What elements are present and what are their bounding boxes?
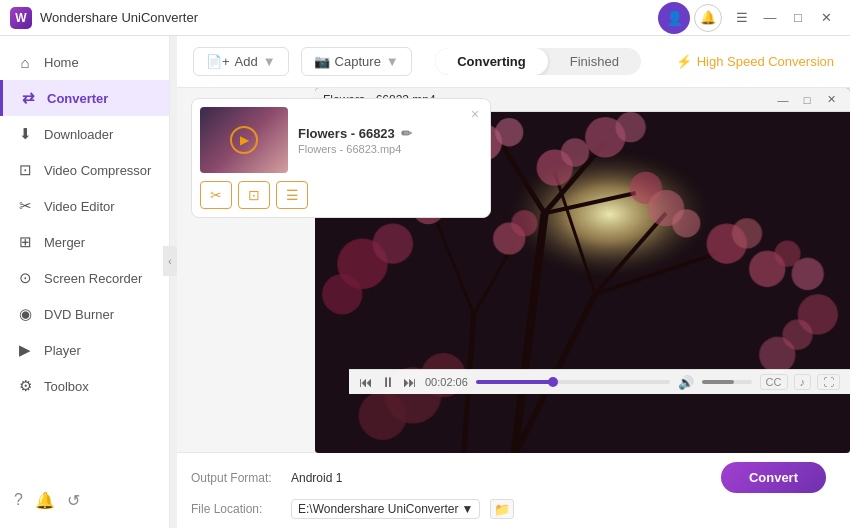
file-card: × ▶ Flowers - 66823 ✏ Flowers - 66823.mp… <box>191 98 491 218</box>
fullscreen-button[interactable]: ⛶ <box>817 374 840 390</box>
playback-extra: CC ♪ ⛶ <box>760 374 840 390</box>
volume-slider[interactable] <box>702 380 752 384</box>
sidebar-label-merger: Merger <box>44 235 85 250</box>
sidebar-label-video-compressor: Video Compressor <box>44 163 151 178</box>
audio-button[interactable]: ♪ <box>794 374 812 390</box>
location-dropdown[interactable]: E:\Wondershare UniConverter ▼ <box>291 499 480 519</box>
playback-progress <box>476 380 554 384</box>
file-thumbnail: ▶ <box>200 107 288 173</box>
minimize-button[interactable]: — <box>756 4 784 32</box>
app-logo: W <box>10 7 32 29</box>
close-button[interactable]: ✕ <box>812 4 840 32</box>
thumbnail-image: ▶ <box>200 107 288 173</box>
more-options-button[interactable]: ☰ <box>276 181 308 209</box>
sidebar-label-downloader: Downloader <box>44 127 113 142</box>
preview-controls: — □ ✕ <box>772 91 842 109</box>
convert-tab-group: Converting Finished <box>435 48 641 75</box>
svg-point-35 <box>373 223 413 263</box>
playback-next-button[interactable]: ⏭ <box>403 374 417 390</box>
file-location-label: File Location: <box>191 502 281 516</box>
downloader-icon: ⬇ <box>16 125 34 143</box>
svg-point-27 <box>511 210 537 236</box>
thumbnail-play-button[interactable]: ▶ <box>230 126 258 154</box>
sidebar-item-converter[interactable]: ⇄ Converter <box>0 80 169 116</box>
cut-icon: ✂ <box>210 187 222 203</box>
player-icon: ▶ <box>16 341 34 359</box>
sidebar-item-screen-recorder[interactable]: ⊙ Screen Recorder <box>0 260 169 296</box>
help-icon[interactable]: ? <box>14 491 23 510</box>
high-speed-conversion[interactable]: ⚡ High Speed Conversion <box>676 54 834 69</box>
alerts-icon[interactable]: 🔔 <box>35 491 55 510</box>
sidebar-collapse-button[interactable]: ‹ <box>163 246 177 276</box>
refresh-icon[interactable]: ↺ <box>67 491 80 510</box>
sidebar-label-player: Player <box>44 343 81 358</box>
sidebar: ⌂ Home ⇄ Converter ⬇ Downloader ⊡ Video … <box>0 36 170 528</box>
preview-close-button[interactable]: ✕ <box>820 91 842 109</box>
subtitle-button[interactable]: CC <box>760 374 788 390</box>
crop-button[interactable]: ⊡ <box>238 181 270 209</box>
file-rename-icon[interactable]: ✏ <box>401 126 412 141</box>
sidebar-label-converter: Converter <box>47 91 108 106</box>
video-editor-icon: ✂ <box>16 197 34 215</box>
finished-tab[interactable]: Finished <box>548 48 641 75</box>
sidebar-label-screen-recorder: Screen Recorder <box>44 271 142 286</box>
sidebar-label-video-editor: Video Editor <box>44 199 115 214</box>
sidebar-label-toolbox: Toolbox <box>44 379 89 394</box>
svg-point-14 <box>495 118 523 146</box>
profile-icon[interactable]: 👤 <box>658 2 690 34</box>
preview-maximize-button[interactable]: □ <box>796 91 818 109</box>
sidebar-item-merger[interactable]: ⊞ Merger <box>0 224 169 260</box>
lightning-icon: ⚡ <box>676 54 692 69</box>
location-value: E:\Wondershare UniConverter <box>298 502 459 516</box>
converter-icon: ⇄ <box>19 89 37 107</box>
sidebar-item-downloader[interactable]: ⬇ Downloader <box>0 116 169 152</box>
sidebar-bottom: ? 🔔 ↺ <box>0 481 169 520</box>
converting-tab[interactable]: Converting <box>435 48 548 75</box>
cut-button[interactable]: ✂ <box>200 181 232 209</box>
file-card-header: ▶ Flowers - 66823 ✏ Flowers - 66823.mp4 <box>200 107 482 173</box>
content-area: 📄+ Add ▼ 📷 Capture ▼ Converting Finished… <box>177 36 850 528</box>
capture-icon: 📷 <box>314 54 330 69</box>
sidebar-item-player[interactable]: ▶ Player <box>0 332 169 368</box>
file-info: Flowers - 66823 ✏ Flowers - 66823.mp4 <box>298 126 482 155</box>
svg-point-16 <box>615 112 645 142</box>
notification-icon[interactable]: 🔔 <box>694 4 722 32</box>
dvd-burner-icon: ◉ <box>16 305 34 323</box>
svg-point-19 <box>672 209 700 237</box>
add-files-button[interactable]: 📄+ Add ▼ <box>193 47 289 76</box>
preview-minimize-button[interactable]: — <box>772 91 794 109</box>
file-meta: Flowers - 66823.mp4 <box>298 143 482 155</box>
svg-point-30 <box>791 258 823 290</box>
menu-button[interactable]: ☰ <box>728 4 756 32</box>
sidebar-item-dvd-burner[interactable]: ◉ DVD Burner <box>0 296 169 332</box>
sidebar-item-home[interactable]: ⌂ Home <box>0 44 169 80</box>
add-dropdown-icon: ▼ <box>263 54 276 69</box>
sidebar-item-video-compressor[interactable]: ⊡ Video Compressor <box>0 152 169 188</box>
svg-point-33 <box>759 337 795 373</box>
home-icon: ⌂ <box>16 53 34 71</box>
playback-track[interactable] <box>476 380 670 384</box>
volume-fill <box>702 380 735 384</box>
maximize-button[interactable]: □ <box>784 4 812 32</box>
video-compressor-icon: ⊡ <box>16 161 34 179</box>
playback-pause-button[interactable]: ⏸ <box>381 374 395 390</box>
titlebar: W Wondershare UniConverter 👤 🔔 ☰ — □ ✕ <box>0 0 850 36</box>
crop-icon: ⊡ <box>248 187 260 203</box>
sidebar-item-toolbox[interactable]: ⚙ Toolbox <box>0 368 169 404</box>
sidebar-item-video-editor[interactable]: ✂ Video Editor <box>0 188 169 224</box>
playback-bar: ⏮ ⏸ ⏭ 00:02:06 🔊 CC ♪ ⛶ <box>349 369 850 394</box>
capture-button[interactable]: 📷 Capture ▼ <box>301 47 412 76</box>
toolbox-icon: ⚙ <box>16 377 34 395</box>
playback-prev-button[interactable]: ⏮ <box>359 374 373 390</box>
app-title: Wondershare UniConverter <box>40 10 658 25</box>
convert-button[interactable]: Convert <box>721 462 826 493</box>
playback-time: 00:02:06 <box>425 376 468 388</box>
playback-thumb <box>548 377 558 387</box>
open-folder-button[interactable]: 📁 <box>490 499 514 519</box>
menu-icon: ☰ <box>286 187 299 203</box>
volume-icon[interactable]: 🔊 <box>678 375 694 390</box>
output-format-row: Output Format: Android 1 Convert <box>191 459 836 496</box>
file-card-close-button[interactable]: × <box>466 105 484 123</box>
capture-dropdown-icon: ▼ <box>386 54 399 69</box>
file-list-area: × ▶ Flowers - 66823 ✏ Flowers - 66823.mp… <box>177 88 850 452</box>
